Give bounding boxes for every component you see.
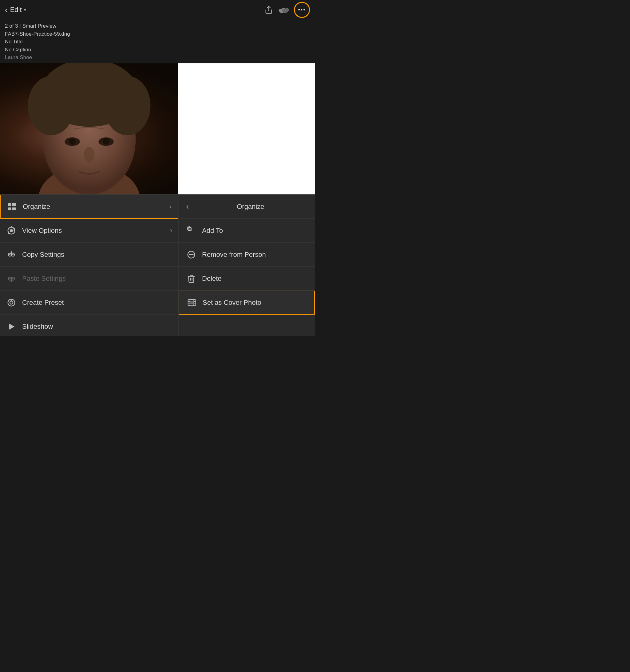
svg-point-11 [28, 76, 74, 135]
menu-label-organize: Organize [23, 203, 50, 211]
slideshow-icon [6, 321, 17, 332]
svg-point-25 [8, 233, 9, 234]
edit-chevron-icon: ▾ [24, 7, 26, 12]
photo-area [0, 63, 315, 195]
submenu-item-set-cover-photo[interactable]: Set as Cover Photo [179, 291, 315, 315]
svg-point-12 [104, 76, 150, 135]
add-to-icon [186, 225, 196, 236]
svg-point-40 [10, 301, 13, 304]
submenu-back-button[interactable]: ‹ [186, 202, 189, 211]
right-submenu: ‹ Organize Add To [178, 194, 315, 336]
organize-icon [7, 201, 17, 212]
menu-label-view-options: View Options [22, 227, 62, 235]
menu-item-slideshow[interactable]: Slideshow [0, 315, 178, 336]
menu-item-view-options[interactable]: View Options › [0, 219, 178, 243]
submenu-label-remove-person: Remove from Person [202, 251, 266, 259]
menu-item-slideshow-left: Slideshow [6, 321, 53, 332]
svg-marker-44 [9, 323, 15, 330]
edit-label: Edit [10, 6, 22, 14]
submenu-label-set-cover-photo: Set as Cover Photo [203, 298, 261, 307]
svg-rect-20 [8, 208, 11, 210]
photo-image [0, 63, 178, 195]
left-menu: Organize › View Options [0, 194, 178, 336]
cloud-button[interactable] [278, 5, 289, 14]
copy-settings-icon [6, 249, 17, 260]
photo-count-preview: 2 of 3 | Smart Preview [5, 22, 310, 30]
submenu-title: Organize [194, 203, 308, 211]
svg-rect-18 [8, 203, 11, 206]
back-icon: ‹ [5, 5, 8, 15]
menu-item-view-left: View Options [6, 225, 62, 236]
menu-item-paste-left: Paste Settings [6, 273, 66, 284]
submenu-item-remove-person[interactable]: Remove from Person [179, 243, 315, 267]
top-bar-right: ••• [264, 2, 310, 18]
menu-item-copy-left: Copy Settings [6, 249, 64, 260]
submenu-item-delete[interactable]: Delete [179, 267, 315, 291]
menu-label-paste-settings: Paste Settings [22, 274, 66, 283]
svg-point-35 [9, 278, 10, 279]
svg-point-16 [103, 138, 110, 145]
menu-item-create-preset[interactable]: Create Preset [0, 291, 178, 315]
organize-chevron-icon: › [169, 203, 172, 211]
svg-point-42 [11, 299, 12, 301]
menu-item-organize-left: Organize [7, 201, 50, 212]
menu-label-copy-settings: Copy Settings [22, 251, 64, 259]
more-options-button[interactable]: ••• [294, 2, 310, 18]
svg-rect-19 [12, 203, 16, 206]
share-button[interactable] [264, 5, 273, 14]
right-panel [178, 63, 315, 195]
submenu-back-icon: ‹ [186, 202, 189, 211]
view-options-icon [6, 225, 17, 236]
photo-title: No Title [5, 38, 310, 46]
photo-author: Laura Shoe [5, 53, 310, 62]
svg-point-27 [13, 228, 15, 230]
delete-icon [186, 273, 196, 284]
svg-point-17 [84, 147, 94, 162]
photo-panel [0, 63, 178, 195]
menu-item-copy-settings[interactable]: Copy Settings [0, 243, 178, 267]
photo-filename: FAB7-Shoe-Practice-59.dng [5, 30, 310, 38]
svg-point-15 [69, 138, 76, 145]
svg-rect-21 [12, 208, 16, 210]
svg-point-32 [12, 254, 14, 255]
menu-item-paste-settings[interactable]: Paste Settings [0, 267, 178, 291]
set-cover-photo-icon [187, 297, 197, 308]
cloud-icon [278, 5, 289, 14]
submenu-header: ‹ Organize [179, 195, 315, 219]
top-bar-left: ‹ Edit ▾ [5, 5, 26, 15]
remove-from-person-icon [186, 249, 196, 260]
submenu-item-add-to[interactable]: Add To [179, 219, 315, 243]
submenu-label-add-to: Add To [202, 227, 223, 235]
svg-point-37 [12, 278, 14, 279]
bottom-section: Organize › View Options [0, 194, 315, 336]
svg-point-22 [10, 229, 13, 232]
menu-item-preset-left: Create Preset [6, 297, 64, 308]
portrait-svg [0, 63, 178, 195]
svg-rect-57 [190, 301, 193, 304]
menu-label-slideshow: Slideshow [22, 322, 53, 331]
top-bar: ‹ Edit ▾ [0, 0, 315, 20]
photo-info: 2 of 3 | Smart Preview FAB7-Shoe-Practic… [0, 20, 315, 63]
more-dots-icon: ••• [298, 7, 306, 13]
photo-caption: No Caption [5, 46, 310, 54]
share-icon [264, 5, 273, 14]
menu-item-organize[interactable]: Organize › [0, 195, 178, 219]
menu-label-create-preset: Create Preset [22, 298, 64, 307]
submenu-label-delete: Delete [202, 274, 222, 283]
create-preset-icon [6, 297, 17, 308]
paste-settings-icon [6, 273, 17, 284]
view-options-chevron-icon: › [170, 227, 172, 235]
back-button[interactable]: ‹ [5, 5, 8, 15]
edit-dropdown[interactable]: Edit ▾ [10, 6, 26, 14]
svg-point-30 [9, 254, 10, 255]
svg-rect-48 [188, 227, 191, 231]
